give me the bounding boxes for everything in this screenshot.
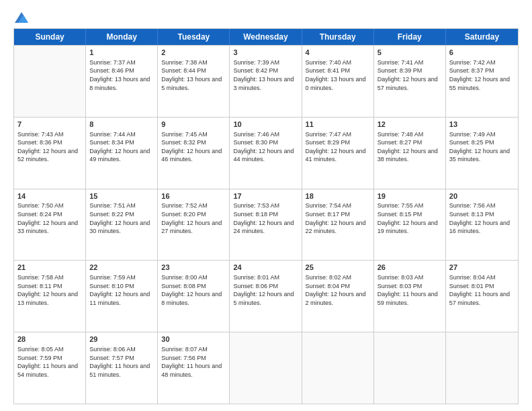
day-cell-6: 6Sunrise: 7:42 AM Sunset: 8:37 PM Daylig… xyxy=(446,46,518,117)
day-number: 27 xyxy=(449,263,515,273)
day-info: Sunrise: 7:38 AM Sunset: 8:44 PM Dayligh… xyxy=(161,58,226,92)
day-number: 30 xyxy=(161,334,226,345)
day-cell-19: 19Sunrise: 7:55 AM Sunset: 8:15 PM Dayli… xyxy=(374,189,446,261)
day-cell-13: 13Sunrise: 7:49 AM Sunset: 8:25 PM Dayli… xyxy=(446,118,518,189)
day-info: Sunrise: 7:56 AM Sunset: 8:13 PM Dayligh… xyxy=(449,201,515,235)
day-number: 5 xyxy=(378,48,442,58)
day-info: Sunrise: 7:40 AM Sunset: 8:41 PM Dayligh… xyxy=(306,58,370,92)
day-info: Sunrise: 7:54 AM Sunset: 8:17 PM Dayligh… xyxy=(306,201,370,235)
day-info: Sunrise: 7:58 AM Sunset: 8:11 PM Dayligh… xyxy=(17,273,82,307)
header-day-monday: Monday xyxy=(86,29,158,45)
logo xyxy=(13,12,28,23)
day-number: 4 xyxy=(306,48,370,58)
day-info: Sunrise: 7:51 AM Sunset: 8:22 PM Dayligh… xyxy=(89,201,154,235)
day-cell-27: 27Sunrise: 8:04 AM Sunset: 8:01 PM Dayli… xyxy=(446,261,518,332)
day-cell-25: 25Sunrise: 8:02 AM Sunset: 8:04 PM Dayli… xyxy=(302,261,374,332)
day-info: Sunrise: 8:00 AM Sunset: 8:08 PM Dayligh… xyxy=(161,273,226,307)
day-cell-3: 3Sunrise: 7:39 AM Sunset: 8:42 PM Daylig… xyxy=(230,46,302,117)
day-info: Sunrise: 7:43 AM Sunset: 8:36 PM Dayligh… xyxy=(17,130,82,164)
day-number: 1 xyxy=(89,48,154,58)
calendar: SundayMondayTuesdayWednesdayThursdayFrid… xyxy=(13,28,519,404)
page: SundayMondayTuesdayWednesdayThursdayFrid… xyxy=(0,0,532,411)
day-info: Sunrise: 7:44 AM Sunset: 8:34 PM Dayligh… xyxy=(89,130,154,164)
day-number: 3 xyxy=(233,48,298,58)
day-number: 15 xyxy=(89,191,154,201)
day-number: 20 xyxy=(449,191,515,201)
day-cell-5: 5Sunrise: 7:41 AM Sunset: 8:39 PM Daylig… xyxy=(374,46,446,117)
header-day-thursday: Thursday xyxy=(302,29,374,45)
day-cell-16: 16Sunrise: 7:52 AM Sunset: 8:20 PM Dayli… xyxy=(158,189,230,261)
week-row-2: 7Sunrise: 7:43 AM Sunset: 8:36 PM Daylig… xyxy=(14,117,518,189)
day-info: Sunrise: 8:04 AM Sunset: 8:01 PM Dayligh… xyxy=(449,273,515,307)
empty-cell xyxy=(374,332,446,404)
day-info: Sunrise: 7:47 AM Sunset: 8:29 PM Dayligh… xyxy=(306,130,370,164)
day-cell-21: 21Sunrise: 7:58 AM Sunset: 8:11 PM Dayli… xyxy=(14,261,86,332)
day-cell-23: 23Sunrise: 8:00 AM Sunset: 8:08 PM Dayli… xyxy=(158,261,230,332)
day-number: 6 xyxy=(449,48,515,58)
day-number: 14 xyxy=(17,191,82,201)
week-row-3: 14Sunrise: 7:50 AM Sunset: 8:24 PM Dayli… xyxy=(14,189,518,261)
day-cell-4: 4Sunrise: 7:40 AM Sunset: 8:41 PM Daylig… xyxy=(302,46,374,117)
day-number: 23 xyxy=(161,263,226,273)
day-number: 11 xyxy=(306,120,370,130)
day-number: 16 xyxy=(161,191,226,201)
day-info: Sunrise: 7:46 AM Sunset: 8:30 PM Dayligh… xyxy=(233,130,298,164)
day-number: 21 xyxy=(17,263,82,273)
header-day-tuesday: Tuesday xyxy=(158,29,230,45)
calendar-body: 1Sunrise: 7:37 AM Sunset: 8:46 PM Daylig… xyxy=(14,45,518,404)
day-cell-15: 15Sunrise: 7:51 AM Sunset: 8:22 PM Dayli… xyxy=(86,189,158,261)
day-cell-1: 1Sunrise: 7:37 AM Sunset: 8:46 PM Daylig… xyxy=(86,46,158,117)
day-number: 10 xyxy=(233,120,298,130)
empty-cell xyxy=(230,332,302,404)
day-number: 18 xyxy=(306,191,370,201)
day-number: 26 xyxy=(378,263,442,273)
logo-icon xyxy=(15,12,28,23)
day-cell-18: 18Sunrise: 7:54 AM Sunset: 8:17 PM Dayli… xyxy=(302,189,374,261)
day-cell-7: 7Sunrise: 7:43 AM Sunset: 8:36 PM Daylig… xyxy=(14,118,86,189)
day-info: Sunrise: 7:52 AM Sunset: 8:20 PM Dayligh… xyxy=(161,201,226,235)
day-cell-20: 20Sunrise: 7:56 AM Sunset: 8:13 PM Dayli… xyxy=(446,189,518,261)
day-cell-29: 29Sunrise: 8:06 AM Sunset: 7:57 PM Dayli… xyxy=(86,332,158,404)
header xyxy=(13,12,519,23)
header-day-wednesday: Wednesday xyxy=(230,29,302,45)
empty-cell xyxy=(14,46,86,117)
day-cell-12: 12Sunrise: 7:48 AM Sunset: 8:27 PM Dayli… xyxy=(374,118,446,189)
empty-cell xyxy=(446,332,518,404)
day-number: 29 xyxy=(89,334,154,345)
day-info: Sunrise: 7:59 AM Sunset: 8:10 PM Dayligh… xyxy=(89,273,154,307)
day-number: 9 xyxy=(161,120,226,130)
day-number: 17 xyxy=(233,191,298,201)
day-cell-28: 28Sunrise: 8:05 AM Sunset: 7:59 PM Dayli… xyxy=(14,332,86,404)
day-cell-9: 9Sunrise: 7:45 AM Sunset: 8:32 PM Daylig… xyxy=(158,118,230,189)
day-cell-30: 30Sunrise: 8:07 AM Sunset: 7:56 PM Dayli… xyxy=(158,332,230,404)
day-number: 22 xyxy=(89,263,154,273)
day-info: Sunrise: 7:42 AM Sunset: 8:37 PM Dayligh… xyxy=(449,58,515,92)
week-row-4: 21Sunrise: 7:58 AM Sunset: 8:11 PM Dayli… xyxy=(14,260,518,332)
day-info: Sunrise: 7:41 AM Sunset: 8:39 PM Dayligh… xyxy=(378,58,442,92)
week-row-1: 1Sunrise: 7:37 AM Sunset: 8:46 PM Daylig… xyxy=(14,45,518,117)
day-number: 8 xyxy=(89,120,154,130)
day-info: Sunrise: 7:49 AM Sunset: 8:25 PM Dayligh… xyxy=(449,130,515,164)
day-info: Sunrise: 8:01 AM Sunset: 8:06 PM Dayligh… xyxy=(233,273,298,307)
day-info: Sunrise: 8:03 AM Sunset: 8:03 PM Dayligh… xyxy=(378,273,442,307)
day-cell-10: 10Sunrise: 7:46 AM Sunset: 8:30 PM Dayli… xyxy=(230,118,302,189)
day-info: Sunrise: 7:53 AM Sunset: 8:18 PM Dayligh… xyxy=(233,201,298,235)
day-info: Sunrise: 8:02 AM Sunset: 8:04 PM Dayligh… xyxy=(306,273,370,307)
day-number: 7 xyxy=(17,120,82,130)
day-info: Sunrise: 7:37 AM Sunset: 8:46 PM Dayligh… xyxy=(89,58,154,92)
day-info: Sunrise: 7:39 AM Sunset: 8:42 PM Dayligh… xyxy=(233,58,298,92)
day-cell-17: 17Sunrise: 7:53 AM Sunset: 8:18 PM Dayli… xyxy=(230,189,302,261)
day-info: Sunrise: 8:06 AM Sunset: 7:57 PM Dayligh… xyxy=(89,345,154,379)
day-info: Sunrise: 7:48 AM Sunset: 8:27 PM Dayligh… xyxy=(378,130,442,164)
day-info: Sunrise: 7:50 AM Sunset: 8:24 PM Dayligh… xyxy=(17,201,82,235)
day-info: Sunrise: 8:05 AM Sunset: 7:59 PM Dayligh… xyxy=(17,345,82,379)
day-cell-22: 22Sunrise: 7:59 AM Sunset: 8:10 PM Dayli… xyxy=(86,261,158,332)
day-info: Sunrise: 8:07 AM Sunset: 7:56 PM Dayligh… xyxy=(161,345,226,379)
day-cell-24: 24Sunrise: 8:01 AM Sunset: 8:06 PM Dayli… xyxy=(230,261,302,332)
empty-cell xyxy=(302,332,374,404)
header-day-saturday: Saturday xyxy=(446,29,518,45)
header-day-sunday: Sunday xyxy=(14,29,86,45)
day-cell-14: 14Sunrise: 7:50 AM Sunset: 8:24 PM Dayli… xyxy=(14,189,86,261)
calendar-header: SundayMondayTuesdayWednesdayThursdayFrid… xyxy=(14,29,518,45)
day-number: 28 xyxy=(17,334,82,345)
